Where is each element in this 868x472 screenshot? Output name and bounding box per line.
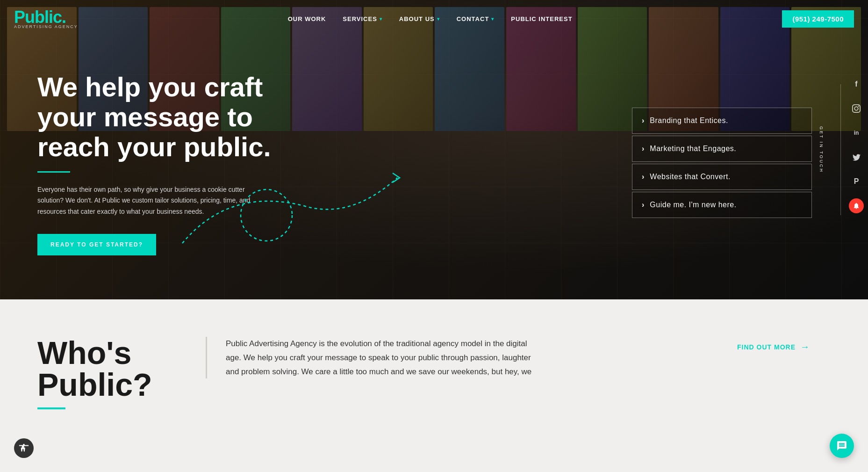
nav-item-contact[interactable]: CONTACT▾ (448, 15, 503, 22)
nav-label-our-work: OUR WORK (288, 15, 326, 22)
twitter-icon[interactable] (849, 150, 864, 165)
svg-point-0 (241, 189, 292, 241)
nav-item-about-us[interactable]: ABOUT US▾ (391, 15, 448, 22)
social-sidebar: GET IN TOUCH f in P (845, 0, 868, 299)
chat-bubble-button[interactable] (830, 434, 854, 458)
chevron-down-icon: ▾ (491, 16, 494, 22)
instagram-icon[interactable] (849, 101, 864, 116)
get-in-touch-label: GET IN TOUCH (819, 126, 824, 173)
logo-subtitle: ADVERTISING AGENCY (14, 25, 78, 29)
service-box-marketing[interactable]: › Marketing that Engages. (632, 136, 812, 162)
service-label-branding: Branding that Entices. (650, 116, 728, 125)
service-boxes: › Branding that Entices. › Marketing tha… (632, 108, 812, 220)
navbar: Public. ADVERTISING AGENCY OUR WORK SERV… (0, 0, 868, 37)
nav-item-public-interest[interactable]: PUBLIC INTEREST (502, 15, 581, 22)
chevron-down-icon: ▾ (380, 16, 382, 22)
service-box-websites[interactable]: › Websites that Convert. (632, 164, 812, 190)
chevron-right-icon: › (642, 145, 644, 153)
logo[interactable]: Public. ADVERTISING AGENCY (14, 9, 78, 29)
nav-menu: OUR WORK SERVICES▾ ABOUT US▾ CONTACT▾ PU… (280, 15, 581, 22)
find-out-more-link[interactable]: FIND OUT MORE → (737, 341, 810, 352)
pinterest-icon[interactable]: P (849, 174, 864, 189)
who-divider (37, 407, 65, 409)
facebook-icon[interactable]: f (849, 77, 864, 92)
find-out-more-section: FIND OUT MORE → (737, 337, 831, 352)
below-fold-section: Who's Public? Public Advertising Agency … (0, 299, 868, 472)
chevron-right-icon: › (642, 173, 644, 181)
who-title: Who's Public? (37, 337, 178, 400)
nav-label-services: SERVICES (343, 15, 377, 22)
arrow-right-icon: → (800, 341, 810, 352)
accessibility-button[interactable] (14, 438, 34, 458)
chevron-right-icon: › (642, 201, 644, 209)
hero-title: We help you craft your message to reach … (37, 72, 318, 161)
chevron-down-icon: ▾ (437, 16, 440, 22)
chevron-right-icon: › (642, 116, 644, 125)
dotted-arrow-decoration (173, 168, 444, 262)
service-label-websites: Websites that Convert. (650, 173, 731, 181)
cta-button[interactable]: READY TO GET STARTED? (37, 234, 156, 255)
nav-label-about-us: ABOUT US (399, 15, 435, 22)
vertical-divider (840, 84, 841, 215)
who-description: Public Advertising Agency is the evoluti… (206, 337, 709, 378)
hero-section: We help you craft your message to reach … (0, 0, 868, 299)
nav-item-our-work[interactable]: OUR WORK (280, 15, 335, 22)
hero-divider (37, 171, 70, 173)
phone-button[interactable]: (951) 249-7500 (782, 10, 854, 28)
service-box-branding[interactable]: › Branding that Entices. (632, 108, 812, 134)
nav-label-public-interest: PUBLIC INTEREST (511, 15, 572, 22)
logo-name: Public (14, 7, 62, 27)
service-label-marketing: Marketing that Engages. (650, 145, 736, 153)
who-body-text: Public Advertising Agency is the evoluti… (226, 337, 544, 378)
nav-label-contact: CONTACT (457, 15, 489, 22)
notification-icon[interactable] (849, 198, 864, 213)
find-out-more-label: FIND OUT MORE (737, 343, 796, 351)
who-section: Who's Public? (37, 337, 178, 409)
nav-item-services[interactable]: SERVICES▾ (334, 15, 391, 22)
service-box-guide[interactable]: › Guide me. I'm new here. (632, 192, 812, 218)
service-label-guide: Guide me. I'm new here. (650, 201, 736, 209)
linkedin-icon[interactable]: in (849, 125, 864, 140)
